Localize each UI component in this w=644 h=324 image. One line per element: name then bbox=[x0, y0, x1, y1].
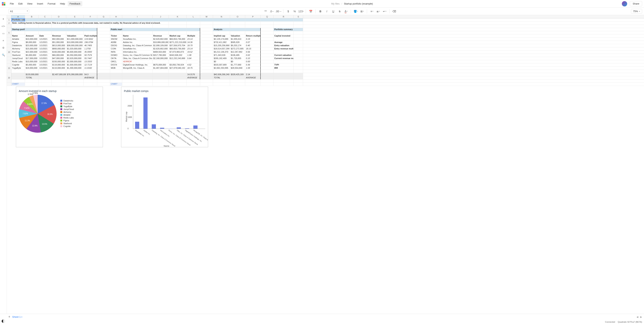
cell[interactable] bbox=[294, 54, 303, 57]
cell[interactable]: $675,008,000 bbox=[152, 64, 169, 66]
cell[interactable]: Public market comps bbox=[110, 28, 122, 31]
cell[interactable] bbox=[152, 76, 169, 79]
cell[interactable] bbox=[294, 66, 303, 70]
col-header[interactable]: C bbox=[38, 15, 52, 18]
col-header[interactable]: M bbox=[200, 15, 213, 18]
cell[interactable] bbox=[25, 70, 38, 73]
cell[interactable]: 0.07 bbox=[245, 41, 261, 44]
cell[interactable]: 1.2750 bbox=[84, 47, 97, 50]
cell[interactable]: $27,878,540,192 bbox=[169, 66, 186, 70]
cell[interactable]: 13.3333 bbox=[84, 60, 97, 63]
cell[interactable] bbox=[261, 47, 274, 50]
cell[interactable] bbox=[294, 18, 303, 22]
row-header[interactable] bbox=[7, 34, 11, 38]
cell[interactable]: Valuation bbox=[230, 34, 245, 38]
cell[interactable]: Paid multiple bbox=[84, 34, 97, 38]
cell[interactable] bbox=[261, 64, 274, 66]
cell[interactable] bbox=[200, 57, 213, 60]
cell[interactable] bbox=[169, 28, 186, 31]
cell[interactable]: Databricks bbox=[11, 44, 25, 47]
cell[interactable] bbox=[213, 70, 230, 73]
cell[interactable] bbox=[11, 73, 25, 76]
cell[interactable] bbox=[169, 70, 186, 73]
cell[interactable] bbox=[25, 83, 38, 86]
cell[interactable]: $15,205,258,868 bbox=[213, 44, 230, 47]
cell[interactable] bbox=[230, 76, 245, 79]
cell[interactable] bbox=[200, 60, 213, 63]
cell[interactable]: $10,000,000 bbox=[25, 38, 38, 41]
cell[interactable] bbox=[38, 73, 52, 76]
increase-decimal-icon[interactable]: .00→ bbox=[276, 9, 281, 14]
cell[interactable] bbox=[169, 83, 186, 86]
cell[interactable]: $118,000,000 bbox=[52, 64, 66, 66]
decrease-decimal-icon[interactable]: .0← bbox=[270, 9, 274, 14]
row-header[interactable] bbox=[7, 47, 11, 50]
cell[interactable]: $1,487,004,000 bbox=[152, 66, 169, 70]
cell[interactable] bbox=[97, 54, 110, 57]
cell[interactable] bbox=[52, 22, 66, 24]
cell[interactable] bbox=[122, 28, 152, 31]
cell[interactable]: DOMO bbox=[110, 54, 122, 57]
cell[interactable] bbox=[66, 76, 84, 79]
cell[interactable] bbox=[110, 31, 122, 34]
cell[interactable] bbox=[230, 80, 245, 82]
cell[interactable]: 54.3 bbox=[84, 73, 97, 76]
cell[interactable] bbox=[169, 60, 186, 63]
cell[interactable] bbox=[186, 60, 200, 63]
cell[interactable]: $106,485 bbox=[230, 54, 245, 57]
row-header[interactable]: 5 bbox=[7, 31, 11, 34]
cell[interactable] bbox=[84, 25, 97, 28]
cell[interactable] bbox=[245, 25, 261, 28]
cell[interactable] bbox=[122, 73, 152, 76]
cell[interactable]: 18.15 bbox=[245, 47, 261, 50]
menu-view[interactable]: View bbox=[25, 1, 34, 6]
col-header[interactable]: B bbox=[25, 15, 38, 18]
cell[interactable]: $18,886,000,000 bbox=[152, 41, 169, 44]
scroll-left-icon[interactable]: ◀ bbox=[636, 316, 638, 318]
cell[interactable] bbox=[97, 38, 110, 41]
col-header[interactable]: L bbox=[186, 15, 200, 18]
cell[interactable]: 1/1/2021 bbox=[38, 60, 52, 63]
row-header[interactable] bbox=[7, 38, 11, 41]
cell[interactable] bbox=[230, 83, 245, 86]
cell[interactable] bbox=[52, 25, 66, 28]
cell[interactable] bbox=[11, 80, 25, 82]
cell[interactable]: $800,000,000 bbox=[52, 47, 66, 50]
cell[interactable] bbox=[122, 25, 152, 28]
cell[interactable] bbox=[122, 76, 152, 79]
add-sheet-button[interactable]: + bbox=[8, 315, 10, 319]
cell[interactable]: Current revenue multiple bbox=[274, 57, 294, 60]
cell[interactable] bbox=[152, 70, 169, 73]
cell[interactable] bbox=[110, 76, 122, 79]
cell[interactable]: 1/1/2021 bbox=[38, 44, 52, 47]
cell[interactable]: 1/1/2021 bbox=[38, 54, 52, 57]
scroll-right-icon[interactable]: ▶ bbox=[640, 316, 642, 318]
cell[interactable] bbox=[97, 28, 110, 31]
row-header[interactable] bbox=[7, 25, 11, 28]
cell[interactable] bbox=[261, 18, 274, 22]
cell[interactable]: Multiple bbox=[186, 34, 200, 38]
cell[interactable] bbox=[294, 22, 303, 24]
cell[interactable]: $1,935,610 bbox=[230, 38, 245, 41]
cell[interactable]: $23,000,000 bbox=[25, 44, 38, 47]
row-header[interactable] bbox=[7, 64, 11, 66]
cell[interactable] bbox=[200, 31, 213, 34]
cell[interactable]: DOCN bbox=[110, 64, 122, 66]
cell[interactable] bbox=[66, 70, 84, 73]
cell[interactable] bbox=[261, 38, 274, 41]
cell[interactable] bbox=[11, 70, 25, 73]
cell[interactable]: Revenue bbox=[152, 34, 169, 38]
cell[interactable] bbox=[84, 80, 97, 82]
cell[interactable] bbox=[294, 76, 303, 79]
cell[interactable]: $317,780,000 bbox=[152, 54, 169, 57]
cell[interactable]: $7,973,965,873 bbox=[169, 50, 186, 54]
cell[interactable]: $1,300,000,000 bbox=[66, 66, 84, 70]
cell[interactable] bbox=[200, 64, 213, 66]
cell[interactable]: $585,928 bbox=[230, 41, 245, 44]
cell[interactable] bbox=[261, 73, 274, 76]
cell[interactable] bbox=[274, 25, 294, 28]
cell[interactable]: 196.0784 bbox=[84, 41, 97, 44]
zoom-dropdown[interactable]: 75% bbox=[631, 9, 642, 14]
cell[interactable] bbox=[25, 22, 38, 24]
cell[interactable] bbox=[261, 44, 274, 47]
